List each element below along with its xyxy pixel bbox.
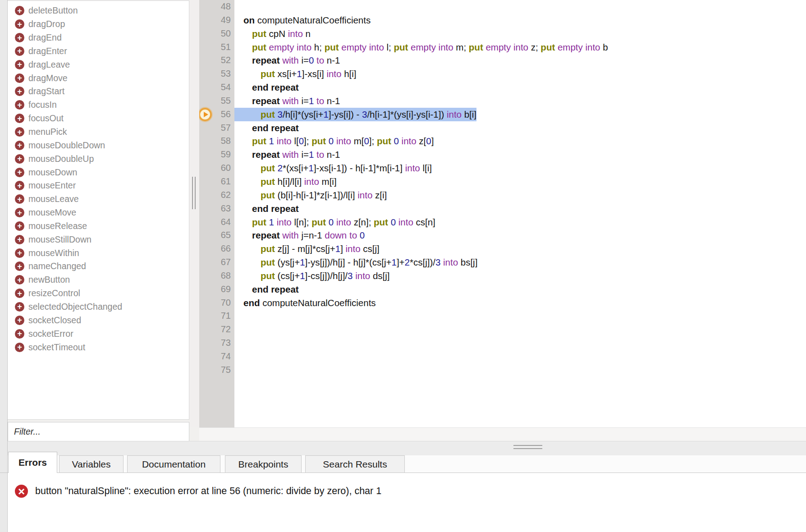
line-number[interactable]: 64 — [199, 216, 234, 229]
horizontal-scrollbar-track[interactable] — [199, 427, 806, 441]
code-line[interactable]: on computeNaturalCoefficients — [234, 14, 806, 27]
handler-list-item[interactable]: +focusIn — [8, 98, 189, 112]
handler-list-item[interactable]: +deleteButton — [8, 4, 189, 18]
line-number[interactable]: 57 — [199, 121, 234, 135]
line-number[interactable]: 59 — [199, 148, 234, 161]
handler-list-item[interactable]: +dragEnter — [8, 45, 189, 58]
code-line[interactable]: put 1 into l[0]; put 0 into m[0]; put 0 … — [234, 134, 806, 148]
handler-list-item[interactable]: +socketClosed — [8, 313, 189, 327]
code-line[interactable]: put (cs[j+1]-cs[j])/h[j]/3 into ds[j] — [234, 269, 806, 283]
tab-search-results[interactable]: Search Results — [305, 455, 405, 472]
handler-list-item[interactable]: +mouseMove — [8, 206, 189, 220]
handler-list-item[interactable]: +mouseEnter — [8, 179, 189, 193]
script-editor[interactable]: 4849505152535455565758596061626364656667… — [199, 0, 806, 427]
execution-pointer-icon[interactable] — [199, 108, 212, 121]
play-arrow-icon — [204, 112, 208, 117]
code-line[interactable]: put 2*(xs[i+1]-xs[i-1]) - h[i-1]*m[i-1] … — [234, 161, 806, 175]
tab-documentation[interactable]: Documentation — [127, 455, 220, 472]
line-number[interactable]: 51 — [199, 41, 234, 54]
tab-errors[interactable]: Errors — [8, 452, 57, 473]
plus-circle-icon: + — [15, 343, 24, 352]
handler-list-item[interactable]: +mouseRelease — [8, 220, 189, 233]
handler-list-item[interactable]: +dragMove — [8, 71, 189, 85]
line-number[interactable]: 62 — [199, 188, 234, 202]
tab-variables[interactable]: Variables — [59, 455, 124, 472]
code-line[interactable]: end repeat — [234, 81, 806, 94]
line-number[interactable]: 72 — [199, 323, 234, 336]
plus-circle-icon: + — [15, 6, 24, 15]
code-line[interactable]: put (b[i]-h[i-1]*z[i-1])/l[i] into z[i] — [234, 188, 806, 202]
line-number[interactable]: 55 — [199, 94, 234, 108]
handler-list-item[interactable]: +socketError — [8, 327, 189, 340]
code-line[interactable]: end repeat — [234, 283, 806, 296]
line-number[interactable]: 65 — [199, 229, 234, 242]
error-row[interactable]: × button "naturalSpline": execution erro… — [15, 485, 381, 498]
handler-list-item[interactable]: +mouseDown — [8, 165, 189, 179]
line-number[interactable]: 70 — [199, 296, 234, 310]
line-number[interactable]: 61 — [199, 175, 234, 188]
line-number[interactable]: 66 — [199, 242, 234, 256]
line-number[interactable]: 53 — [199, 67, 234, 81]
code-line[interactable] — [234, 363, 806, 377]
handler-list-item[interactable]: +mouseDoubleUp — [8, 152, 189, 165]
line-number[interactable]: 50 — [199, 27, 234, 41]
code-line[interactable]: repeat with i=1 to n-1 — [234, 148, 806, 161]
code-line[interactable] — [234, 309, 806, 323]
code-line[interactable] — [234, 323, 806, 336]
line-number[interactable]: 73 — [199, 336, 234, 350]
code-line[interactable]: repeat with i=0 to n-1 — [234, 54, 806, 67]
handler-list-item[interactable]: +newButton — [8, 273, 189, 287]
handler-list-item[interactable]: +mouseDoubleDown — [8, 138, 189, 152]
line-number[interactable]: 74 — [199, 350, 234, 363]
code-line[interactable]: put z[j] - m[j]*cs[j+1] into cs[j] — [234, 242, 806, 256]
line-number[interactable]: 68 — [199, 269, 234, 283]
handler-list-item[interactable]: +menuPick — [8, 125, 189, 139]
line-number[interactable]: 60 — [199, 161, 234, 175]
handler-list-item[interactable]: +focusOut — [8, 112, 189, 125]
code-area[interactable]: on computeNaturalCoefficientsput cpN int… — [234, 0, 806, 377]
line-number[interactable]: 54 — [199, 81, 234, 94]
handler-list-item[interactable]: +selectedObjectChanged — [8, 300, 189, 314]
code-line-selected[interactable]: put 3/h[i]*(ys[i+1]-ys[i]) - 3/h[i-1]*(y… — [234, 108, 806, 121]
handler-name: mouseMove — [28, 207, 76, 218]
vertical-splitter[interactable] — [189, 0, 199, 427]
code-line[interactable]: put h[i]/l[i] into m[i] — [234, 175, 806, 188]
handler-list-item[interactable]: +dragDrop — [8, 18, 189, 31]
plus-circle-icon: + — [15, 73, 24, 83]
handler-list-item[interactable]: +dragEnd — [8, 31, 189, 45]
code-line[interactable]: end repeat — [234, 121, 806, 135]
handler-list-item[interactable]: +nameChanged — [8, 260, 189, 273]
line-number[interactable]: 67 — [199, 256, 234, 269]
code-line[interactable]: put cpN into n — [234, 27, 806, 41]
horizontal-splitter[interactable] — [8, 441, 806, 455]
code-line[interactable]: put empty into h; put empty into l; put … — [234, 41, 806, 54]
handler-list-item[interactable]: +mouseStillDown — [8, 233, 189, 246]
code-line[interactable]: end computeNaturalCoefficients — [234, 296, 806, 310]
code-line[interactable] — [234, 350, 806, 363]
line-number[interactable]: 58 — [199, 134, 234, 148]
line-number[interactable]: 75 — [199, 363, 234, 377]
code-line[interactable]: put xs[i+1]-xs[i] into h[i] — [234, 67, 806, 81]
handler-list-item[interactable]: +socketTimeout — [8, 340, 189, 354]
handler-list-item[interactable]: +mouseLeave — [8, 193, 189, 206]
line-number[interactable]: 63 — [199, 202, 234, 216]
code-line[interactable] — [234, 0, 806, 14]
handler-list-item[interactable]: +dragStart — [8, 85, 189, 98]
handler-list-item[interactable]: +resizeControl — [8, 287, 189, 300]
code-line[interactable]: repeat with j=n-1 down to 0 — [234, 229, 806, 242]
handler-list-item[interactable]: +mouseWithin — [8, 246, 189, 260]
plus-circle-icon: + — [15, 208, 24, 217]
code-line[interactable]: put (ys[j+1]-ys[j])/h[j] - h[j]*(cs[j+1]… — [234, 256, 806, 269]
line-number[interactable]: 71 — [199, 309, 234, 323]
code-line[interactable]: put 1 into l[n]; put 0 into z[n]; put 0 … — [234, 216, 806, 229]
line-number[interactable]: 52 — [199, 54, 234, 67]
code-line[interactable] — [234, 336, 806, 350]
line-number[interactable]: 69 — [199, 283, 234, 296]
tab-breakpoints[interactable]: Breakpoints — [225, 455, 302, 472]
handler-list-item[interactable]: +dragLeave — [8, 58, 189, 71]
line-number[interactable]: 49 — [199, 14, 234, 27]
line-number[interactable]: 48 — [199, 0, 234, 14]
code-line[interactable]: end repeat — [234, 202, 806, 216]
code-line[interactable]: repeat with i=1 to n-1 — [234, 94, 806, 108]
filter-input[interactable] — [8, 422, 189, 441]
